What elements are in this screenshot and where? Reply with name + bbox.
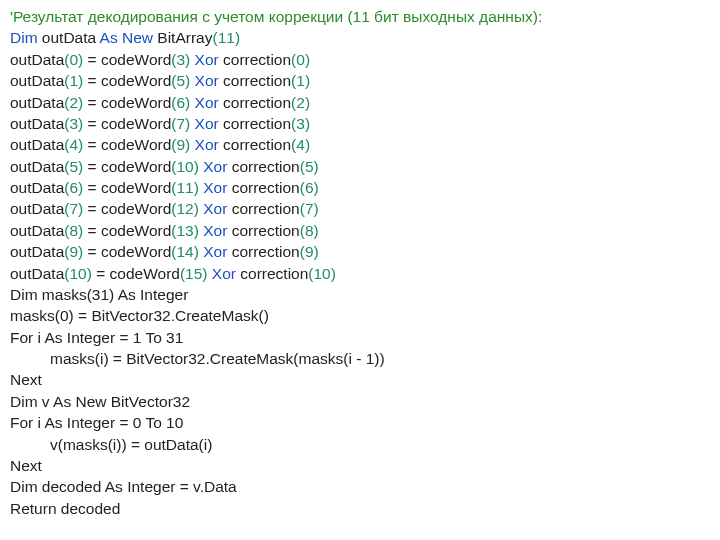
code-token: 14 [176, 243, 193, 260]
code-token: correction [227, 243, 299, 260]
code-token: 10 [69, 265, 86, 282]
code-token: 9 [69, 243, 78, 260]
code-token: correction [227, 222, 299, 239]
code-token: 15 [185, 265, 202, 282]
code-token: For i As Integer = 0 To 10 [10, 414, 183, 431]
code-token: 4 [69, 136, 78, 153]
code-token: Xor [195, 51, 219, 68]
code-token: 4 [296, 136, 305, 153]
code-line: Dim decoded As Integer = v.Data [10, 476, 710, 497]
code-token: 8 [305, 222, 314, 239]
code-token: outData [10, 72, 64, 89]
code-token: correction [219, 94, 291, 111]
code-line: masks(0) = BitVector32.CreateMask() [10, 305, 710, 326]
code-token: outData [10, 115, 64, 132]
code-line: Next [10, 455, 710, 476]
code-line: 'Результат декодирования с учетом коррек… [10, 6, 710, 27]
code-token: 5 [305, 158, 314, 175]
code-token: Xor [212, 265, 236, 282]
code-line: outData(1) = codeWord(5) Xor correction(… [10, 70, 710, 91]
code-line: outData(8) = codeWord(13) Xor correction… [10, 220, 710, 241]
code-token: BitArray [153, 29, 212, 46]
code-token: 0 [296, 51, 305, 68]
code-token: = codeWord [83, 179, 171, 196]
code-token: masks(i) = BitVector32.CreateMask(masks(… [50, 350, 385, 367]
code-token: correction [227, 200, 299, 217]
code-token: = codeWord [83, 115, 171, 132]
code-token: 6 [69, 179, 78, 196]
code-line: masks(i) = BitVector32.CreateMask(masks(… [10, 348, 710, 369]
code-token: Next [10, 457, 42, 474]
code-token: 1 [69, 72, 78, 89]
code-line: v(masks(i)) = outData(i) [10, 434, 710, 455]
code-token: = codeWord [83, 72, 171, 89]
code-token: = codeWord [83, 243, 171, 260]
code-token: outData [10, 158, 64, 175]
code-token: 8 [69, 222, 78, 239]
code-token: Xor [195, 94, 219, 111]
code-token: masks(0) = BitVector32.CreateMask() [10, 307, 269, 324]
code-token: 0 [69, 51, 78, 68]
code-line: outData(6) = codeWord(11) Xor correction… [10, 177, 710, 198]
code-token: ) [314, 179, 319, 196]
code-token: ) [314, 222, 319, 239]
code-token: correction [236, 265, 308, 282]
code-token: 7 [69, 200, 78, 217]
code-token: 5 [176, 72, 185, 89]
code-token: 3 [296, 115, 305, 132]
code-token: 10 [314, 265, 331, 282]
code-line: Return decoded [10, 498, 710, 519]
code-line: outData(5) = codeWord(10) Xor correction… [10, 156, 710, 177]
code-line: For i As Integer = 1 To 31 [10, 327, 710, 348]
code-token: correction [219, 115, 291, 132]
code-token: 7 [176, 115, 185, 132]
code-token: correction [227, 158, 299, 175]
code-token: ) [314, 158, 319, 175]
code-token: 9 [176, 136, 185, 153]
code-token: Dim [10, 29, 38, 46]
code-token: correction [227, 179, 299, 196]
code-line: outData(4) = codeWord(9) Xor correction(… [10, 134, 710, 155]
code-token: Xor [195, 136, 219, 153]
code-token: 3 [176, 51, 185, 68]
code-token: 2 [69, 94, 78, 111]
code-token: Xor [203, 158, 227, 175]
code-token: ) [235, 29, 240, 46]
code-token: outData [10, 51, 64, 68]
code-token: outData [10, 222, 64, 239]
code-token: outData [10, 136, 64, 153]
code-line: outData(7) = codeWord(12) Xor correction… [10, 198, 710, 219]
code-token: For i As Integer = 1 To 31 [10, 329, 183, 346]
code-token: Next [10, 371, 42, 388]
code-token: 3 [69, 115, 78, 132]
code-token: Xor [203, 243, 227, 260]
code-line: outData(10) = codeWord(15) Xor correctio… [10, 263, 710, 284]
code-block: 'Результат декодирования с учетом коррек… [10, 6, 710, 519]
code-token: outData [10, 200, 64, 217]
code-token: 11 [218, 29, 235, 46]
code-line: Next [10, 369, 710, 390]
code-token: As New [100, 29, 153, 46]
code-token: 13 [176, 222, 193, 239]
code-token: = codeWord [83, 136, 171, 153]
code-token: ) [314, 243, 319, 260]
code-token: = codeWord [83, 222, 171, 239]
code-token: Xor [203, 200, 227, 217]
code-token: correction [219, 72, 291, 89]
code-token: 5 [69, 158, 78, 175]
code-token: outData [10, 179, 64, 196]
code-token: 6 [176, 94, 185, 111]
code-token: outData [10, 94, 64, 111]
code-token: Xor [203, 179, 227, 196]
code-token: correction [219, 136, 291, 153]
code-token: 11 [176, 179, 193, 196]
code-token: ) [305, 51, 310, 68]
code-token: outData [38, 29, 100, 46]
code-token: 12 [176, 200, 193, 217]
code-token: 7 [305, 200, 314, 217]
code-token: = codeWord [83, 51, 171, 68]
code-token: = codeWord [83, 200, 171, 217]
code-token: ) [305, 136, 310, 153]
code-token: outData [10, 243, 64, 260]
code-token: 2 [296, 94, 305, 111]
